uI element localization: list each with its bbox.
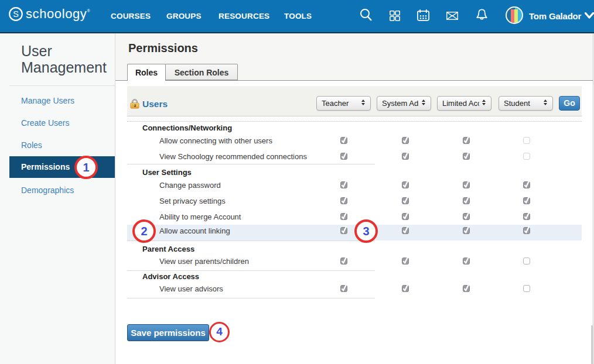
svg-text:S: S [13,9,19,19]
